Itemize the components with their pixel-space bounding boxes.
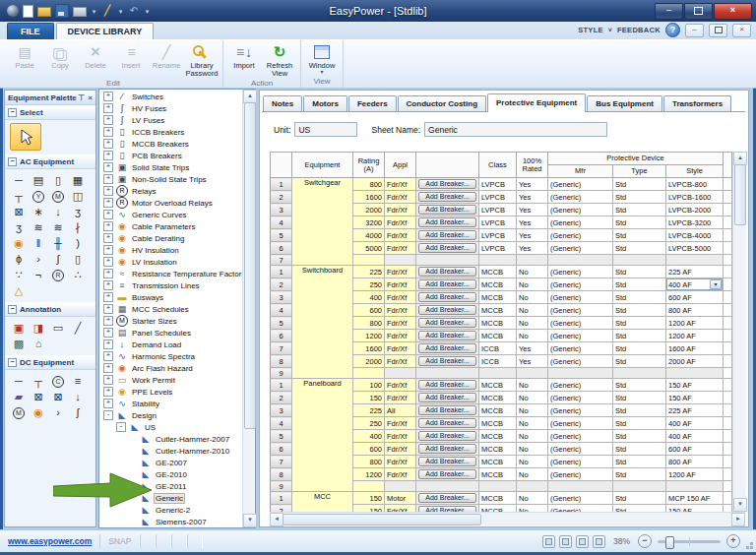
print-icon[interactable] xyxy=(73,7,87,17)
window-button[interactable]: Window▾ xyxy=(304,41,340,75)
tree-item-relays[interactable]: +RRelays xyxy=(99,185,243,197)
pen-icon[interactable] xyxy=(101,5,113,17)
rating-cell[interactable]: 250 xyxy=(353,417,385,430)
restore-button[interactable] xyxy=(684,3,713,20)
expand-icon[interactable]: + xyxy=(103,328,113,338)
class-cell[interactable]: MCCB xyxy=(479,278,517,291)
scroll-up-icon[interactable]: ▲ xyxy=(733,152,747,165)
tree-item-pcb-breakers[interactable]: +▯PCB Breakers xyxy=(99,150,243,161)
tree-item-solid-state-trips[interactable]: +▣Solid State Trips xyxy=(99,161,243,173)
tree-item-transmission-lines[interactable]: +≡Transmission Lines xyxy=(99,279,243,291)
grid-hscroll-thumb[interactable] xyxy=(283,514,481,525)
grid-horizontal-scrollbar[interactable]: ◄ ► xyxy=(270,512,745,525)
document-close-button[interactable]: × xyxy=(732,24,751,37)
expand-icon[interactable]: + xyxy=(103,115,113,125)
add-breaker-button[interactable]: Add Breaker... xyxy=(418,267,476,277)
tree-item-motor-overload-relays[interactable]: +RMotor Overload Relays xyxy=(99,197,243,209)
mfr-cell[interactable]: (Generic) xyxy=(548,342,613,355)
solar-panel-icon[interactable]: ▰ xyxy=(9,389,29,404)
appl-cell[interactable]: Fdr/Xf xyxy=(385,242,416,255)
palette-section-ac-equipment[interactable]: −AC Equipment xyxy=(5,154,95,169)
tree-item-mccb-breakers[interactable]: +▯MCCB Breakers xyxy=(99,138,243,150)
tree-item-busways[interactable]: +▬Busways xyxy=(99,291,243,303)
rated-cell[interactable]: No xyxy=(517,330,548,342)
resize-grip[interactable] xyxy=(750,546,753,549)
callout-icon[interactable]: ◨ xyxy=(29,320,48,336)
appl-cell[interactable] xyxy=(385,368,416,379)
type-cell[interactable]: Std xyxy=(613,355,666,368)
rating-cell[interactable]: 5000 xyxy=(353,242,385,255)
tab-file[interactable]: FILE xyxy=(7,23,54,39)
collapse-icon[interactable]: − xyxy=(8,157,17,166)
collapse-icon[interactable]: - xyxy=(103,410,113,420)
type-cell[interactable]: Std xyxy=(613,379,666,392)
style-cell[interactable]: 150 AF xyxy=(666,379,724,392)
rating-cell[interactable]: 400 xyxy=(353,291,385,304)
motor-icon[interactable]: M xyxy=(48,188,68,204)
rating-cell[interactable]: 800 xyxy=(353,178,385,191)
expand-icon[interactable]: + xyxy=(103,399,113,408)
caret-icon[interactable] xyxy=(144,5,151,17)
expand-icon[interactable]: + xyxy=(103,186,113,196)
rated-cell[interactable]: No xyxy=(517,492,548,505)
class-cell[interactable]: MCCB xyxy=(479,379,517,392)
type-cell[interactable]: Std xyxy=(613,242,666,255)
class-cell[interactable] xyxy=(479,481,517,492)
add-breaker-button[interactable]: Add Breaker... xyxy=(418,343,476,353)
tree-item-siemens-2007[interactable]: ◣Siemens-2007 xyxy=(99,516,243,527)
mfr-cell[interactable]: (Generic) xyxy=(548,278,613,291)
rating-cell[interactable]: 800 xyxy=(353,456,385,468)
tree-item-iccb-breakers[interactable]: +▯ICCB Breakers xyxy=(99,126,243,138)
type-cell[interactable]: Std xyxy=(613,291,666,304)
mfr-cell[interactable]: (Generic) xyxy=(548,266,613,278)
mfr-cell[interactable]: (Generic) xyxy=(548,330,613,342)
mfr-cell[interactable]: (Generic) xyxy=(548,404,613,417)
mfr-cell[interactable]: (Generic) xyxy=(548,443,613,456)
mfr-cell[interactable] xyxy=(548,481,613,492)
appl-cell[interactable]: Fdr/Xf xyxy=(385,278,416,291)
row-number[interactable]: 2 xyxy=(271,278,292,291)
appl-cell[interactable]: Fdr/Xf xyxy=(385,342,416,355)
rating-cell[interactable]: 150 xyxy=(353,505,385,513)
rated-cell[interactable]: No xyxy=(517,505,548,513)
expand-icon[interactable]: + xyxy=(103,363,113,373)
utility-icon[interactable]: ┬ xyxy=(9,188,29,204)
tree-scroll-thumb[interactable] xyxy=(244,102,256,429)
row-number[interactable]: 8 xyxy=(271,355,292,368)
scroll-down-icon[interactable]: ▼ xyxy=(243,514,257,527)
row-number[interactable]: 1 xyxy=(271,178,292,191)
style-cell[interactable] xyxy=(666,368,724,379)
inductor-icon[interactable]: ʒ xyxy=(68,204,88,219)
class-cell[interactable]: ICCB xyxy=(479,342,517,355)
mfr-cell[interactable]: (Generic) xyxy=(548,317,613,330)
tree-item-generic-curves[interactable]: +∿Generic Curves xyxy=(99,209,243,220)
inverter-icon[interactable]: ⊠ xyxy=(48,389,68,404)
reactor-icon[interactable]: ʒ xyxy=(9,219,29,235)
tree-item-lv-insulation[interactable]: +◉LV Insulation xyxy=(99,256,243,268)
dropdown-caret-icon[interactable]: ▾ xyxy=(304,70,340,75)
type-cell[interactable]: Std xyxy=(613,204,666,216)
dc-switch-icon[interactable]: › xyxy=(48,404,68,420)
rating-cell[interactable] xyxy=(353,481,385,492)
palette-close-icon[interactable]: × xyxy=(88,93,93,102)
mcc-icon[interactable]: ▦ xyxy=(68,172,88,188)
row-number[interactable]: 3 xyxy=(271,291,292,304)
sheet-tab-conductor-costing[interactable]: Conductor Costing xyxy=(398,95,486,111)
collapse-icon[interactable]: - xyxy=(116,422,126,432)
row-number[interactable]: 5 xyxy=(271,430,292,443)
zoom-window-icon[interactable] xyxy=(542,535,555,548)
tree-scrollbar[interactable]: ▲ ▼ xyxy=(242,90,255,527)
style-cell[interactable]: 2000 AF xyxy=(666,355,724,368)
class-cell[interactable]: MCCB xyxy=(479,330,517,342)
sheet-name-field[interactable] xyxy=(424,122,607,137)
type-cell[interactable] xyxy=(613,368,666,379)
row-number[interactable]: 4 xyxy=(271,304,292,317)
add-breaker-button[interactable]: Add Breaker... xyxy=(418,431,476,441)
rated-cell[interactable]: Yes xyxy=(517,342,548,355)
row-number[interactable]: 1 xyxy=(271,379,292,392)
rating-cell[interactable] xyxy=(353,255,385,266)
class-cell[interactable]: MCCB xyxy=(479,443,517,456)
expand-icon[interactable]: + xyxy=(103,304,113,314)
row-number[interactable]: 9 xyxy=(271,368,292,379)
dc-load-icon[interactable]: ⊠ xyxy=(29,389,48,404)
